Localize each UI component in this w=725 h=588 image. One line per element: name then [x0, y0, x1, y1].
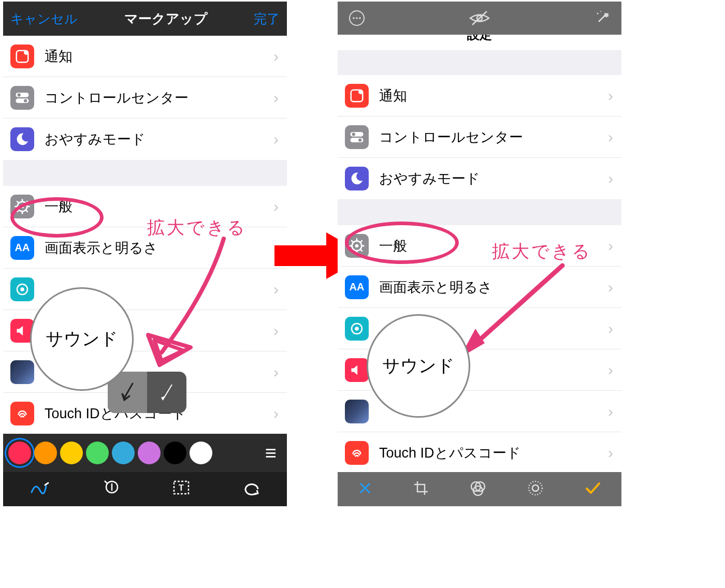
settings-row-dnd[interactable]: おやすみモード › [338, 158, 621, 199]
markup-toolbar: T [3, 472, 287, 506]
row-label: 一般 [379, 237, 407, 255]
markup-header: キャンセル マークアップ 完了 [3, 2, 287, 36]
text-tool-button[interactable]: T [172, 480, 190, 499]
cancel-button[interactable]: キャンセル [10, 10, 78, 27]
arrow-style-straight[interactable] [147, 372, 186, 413]
siri-icon [345, 400, 369, 423]
magic-wand-button[interactable] [593, 9, 611, 27]
chevron-right-icon: › [608, 87, 613, 105]
settings-row-display[interactable]: AA 画面表示と明るさ › [338, 267, 621, 308]
color-swatch-yellow[interactable] [60, 442, 83, 464]
chevron-right-icon: › [273, 89, 279, 107]
svg-line-12 [17, 201, 19, 203]
settings-row-control-center[interactable]: コントロールセンター › [338, 116, 621, 158]
siri-icon [10, 360, 34, 384]
dnd-icon [345, 167, 369, 190]
svg-line-49 [360, 240, 363, 242]
row-label: 通知 [379, 86, 407, 105]
gear-icon [345, 234, 369, 258]
color-swatch-orange[interactable] [34, 442, 57, 464]
svg-line-13 [26, 210, 28, 212]
svg-line-14 [17, 210, 19, 212]
svg-point-59 [532, 485, 539, 491]
svg-point-33 [600, 11, 601, 12]
page-title-partial: 設定 [338, 35, 621, 50]
row-label: Touch IDとパスコード [379, 444, 521, 462]
settings-row-notifications[interactable]: 通知 › [338, 75, 621, 116]
svg-point-35 [358, 90, 363, 94]
editor-toolbar [338, 472, 621, 506]
magnifier-loupe[interactable]: サウンド [30, 287, 134, 391]
color-swatch-pink[interactable] [8, 442, 31, 464]
svg-line-48 [351, 249, 353, 251]
settings-row-dnd[interactable]: おやすみモード › [3, 119, 287, 160]
markup-title: マークアップ [124, 10, 208, 28]
sound-icon [345, 358, 369, 382]
pen-tool-button[interactable] [30, 480, 50, 499]
svg-point-38 [352, 133, 355, 136]
chevron-right-icon: › [608, 444, 613, 462]
confirm-button[interactable] [585, 481, 601, 497]
chevron-right-icon: › [273, 48, 279, 65]
settings-row-control-center[interactable]: コントロールセンター › [3, 77, 287, 119]
settings-row-display[interactable]: AA 画面表示と明るさ › [3, 227, 287, 269]
hide-annotations-button[interactable] [468, 9, 491, 27]
skitch-header [338, 2, 621, 35]
magnifier-content: サウンド [382, 354, 455, 378]
svg-point-32 [597, 13, 599, 14]
settings-row-general[interactable]: 一般 › [3, 186, 287, 227]
svg-point-1 [24, 50, 28, 55]
markup-screen: キャンセル マークアップ 完了 通知 › コントロールセンター › [3, 2, 287, 506]
chevron-right-icon: › [608, 278, 613, 296]
chevron-right-icon: › [273, 281, 279, 298]
chevron-right-icon: › [273, 405, 279, 422]
control-center-icon [10, 86, 34, 110]
undo-button[interactable] [242, 480, 261, 499]
touchid-icon [10, 402, 34, 425]
wallpaper-icon [10, 277, 34, 301]
row-label: 画面表示と明るさ [45, 239, 158, 257]
filters-button[interactable] [469, 480, 487, 498]
row-label: コントロールセンター [379, 128, 523, 146]
settings-row-touchid[interactable]: Touch IDとパスコード › [338, 432, 621, 474]
svg-text:T: T [179, 483, 184, 492]
svg-point-17 [20, 287, 24, 291]
color-swatch-blue[interactable] [112, 442, 135, 464]
touchid-icon [345, 441, 369, 465]
chevron-right-icon: › [273, 198, 279, 215]
settings-row-general[interactable]: 一般 › [338, 225, 621, 267]
svg-point-26 [353, 17, 355, 19]
crop-button[interactable] [413, 480, 429, 498]
adjust-button[interactable] [527, 480, 544, 498]
color-swatch-purple[interactable] [138, 442, 161, 464]
svg-line-47 [360, 249, 363, 251]
chevron-right-icon: › [608, 361, 613, 379]
settings-list-right: 通知 › コントロールセンター › おやすみモード › [338, 50, 621, 474]
settings-row-notifications[interactable]: 通知 › [3, 36, 287, 77]
chevron-right-icon: › [273, 322, 279, 340]
color-swatch-black[interactable] [164, 442, 186, 464]
more-button[interactable] [348, 9, 366, 27]
wallpaper-icon [345, 317, 369, 341]
color-swatch-green[interactable] [86, 442, 109, 464]
svg-point-41 [355, 244, 359, 247]
display-icon: AA [345, 275, 369, 299]
magnifier-loupe[interactable]: サウンド [367, 314, 470, 418]
svg-point-27 [356, 17, 358, 19]
close-button[interactable] [358, 481, 372, 497]
chevron-right-icon: › [608, 237, 613, 255]
svg-point-51 [355, 327, 359, 331]
done-button[interactable]: 完了 [254, 10, 280, 27]
svg-point-7 [21, 204, 24, 208]
chevron-right-icon: › [608, 128, 613, 146]
svg-line-15 [26, 201, 28, 203]
svg-point-4 [18, 93, 21, 96]
magnifier-content: サウンド [46, 327, 118, 351]
color-picker-bar: ≡ [3, 434, 287, 472]
row-label: おやすみモード [45, 130, 146, 149]
color-swatch-white[interactable] [190, 442, 212, 464]
svg-point-39 [358, 138, 361, 141]
magnifier-tool-button[interactable] [103, 479, 120, 500]
menu-icon[interactable]: ≡ [265, 442, 277, 464]
row-label: 画面表示と明るさ [379, 278, 492, 297]
